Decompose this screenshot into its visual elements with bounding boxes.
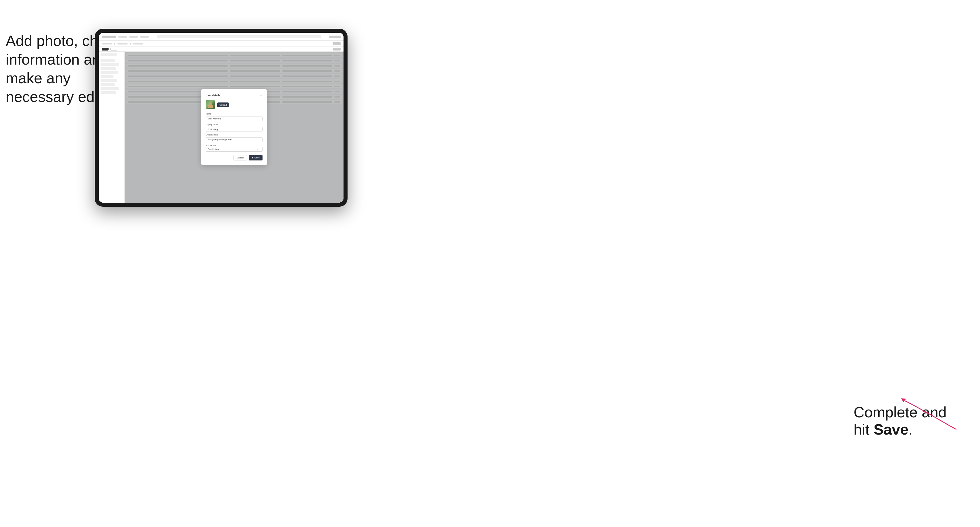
app-logo [102, 36, 116, 38]
toolbar-action-btn [332, 48, 340, 51]
display-name-label: Display name [206, 124, 262, 125]
name-field-group: Name [206, 113, 262, 121]
toolbar-primary-btn [102, 48, 108, 51]
sidebar-item-7 [100, 79, 117, 82]
app-nav-item-3 [140, 36, 149, 38]
save-label: Save [255, 156, 260, 159]
avatar-image [206, 100, 215, 110]
breadcrumb-1 [102, 43, 112, 44]
photo-area: Upload [206, 100, 262, 110]
app-toolbar [99, 46, 344, 52]
toolbar-ghost-btn [110, 48, 117, 51]
app-header [99, 33, 344, 41]
select-clear-icon[interactable]: × [257, 148, 258, 150]
sidebar-item-3 [100, 63, 119, 66]
save-button[interactable]: ⬆ Save [249, 155, 262, 160]
breadcrumb-2 [118, 43, 127, 44]
modal-close-button[interactable]: × [260, 94, 262, 97]
avatar-thumbnail [206, 100, 215, 110]
app-chrome: User details × Upload [99, 33, 344, 203]
breadcrumb-3 [133, 43, 143, 44]
app-nav-item [118, 36, 127, 38]
school-year-select[interactable]: Fourth Year × ⌃ [206, 147, 262, 152]
modal-footer: Cancel ⬆ Save [206, 155, 262, 160]
select-arrow-icon[interactable]: ⌃ [259, 148, 261, 150]
breadcrumb-sep [114, 43, 115, 44]
sidebar-item-9 [100, 87, 119, 90]
sidebar-item-1 [100, 53, 117, 56]
tablet-screen: User details × Upload [99, 33, 344, 203]
email-input[interactable] [206, 138, 262, 142]
school-year-label: School Year [206, 144, 262, 146]
display-name-field-group: Display name [206, 124, 262, 132]
email-field-group: Email address [206, 134, 262, 142]
app-main: User details × Upload [125, 52, 344, 203]
app-content: User details × Upload [99, 52, 344, 203]
upload-button[interactable]: Upload [217, 103, 229, 107]
display-name-input[interactable] [206, 127, 262, 132]
email-label: Email address [206, 134, 262, 136]
app-nav-item-2 [129, 36, 138, 38]
app-sidebar [99, 52, 125, 203]
user-details-modal: User details × Upload [201, 89, 267, 165]
sidebar-item-4 [100, 67, 116, 70]
cancel-button[interactable]: Cancel [234, 155, 247, 160]
svg-marker-1 [901, 398, 906, 402]
school-year-field-group: School Year Fourth Year × ⌃ [206, 144, 262, 152]
tablet-frame: User details × Upload [95, 29, 348, 207]
name-label: Name [206, 113, 262, 115]
sidebar-item-5 [100, 71, 118, 74]
modal-header: User details × [206, 94, 262, 97]
sidebar-item-6 [100, 75, 113, 78]
header-action-btn [332, 42, 340, 45]
sidebar-item-8 [100, 83, 115, 86]
breadcrumb-sep-2 [130, 43, 131, 44]
modal-title: User details [206, 94, 220, 97]
name-input[interactable] [206, 116, 262, 121]
app-subheader [99, 41, 344, 46]
sidebar-item-10 [100, 91, 116, 94]
app-user [329, 36, 340, 38]
app-search [157, 35, 321, 38]
save-icon: ⬆ [251, 156, 254, 159]
school-year-value: Fourth Year [208, 148, 220, 151]
modal-overlay: User details × Upload [125, 52, 344, 203]
sidebar-item-2 [100, 59, 115, 62]
annotation-right: Complete and hit Save. [854, 403, 963, 438]
